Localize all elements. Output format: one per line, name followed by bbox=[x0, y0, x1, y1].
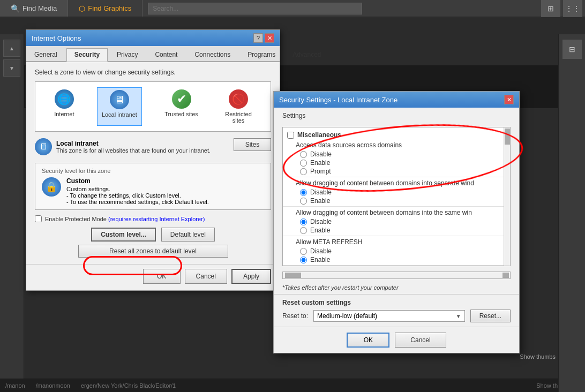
reset-row: Reset to: Medium-low (default) ▼ Reset..… bbox=[282, 310, 511, 322]
zone-description: This zone is for all websites that are f… bbox=[56, 147, 211, 154]
category-miscellaneous: Miscellaneous bbox=[283, 130, 510, 140]
right-panel: ⊟ bbox=[558, 34, 585, 392]
dialog-tabs: General Security Privacy Content Connect… bbox=[26, 46, 280, 62]
search-icon: 🔍 bbox=[11, 4, 20, 13]
zone-restricted-icon: 🚫 bbox=[229, 89, 248, 109]
default-level-btn[interactable]: Default level bbox=[161, 228, 215, 242]
h-scrollbar[interactable] bbox=[282, 272, 511, 279]
zones-area: 🌐 Internet 🖥 Local intranet ✔ Trusted si… bbox=[35, 81, 271, 132]
radio-drag-sep-enable[interactable]: Enable bbox=[283, 197, 510, 205]
title-buttons: ? ✕ bbox=[253, 33, 274, 43]
side-down-btn[interactable]: ▼ bbox=[3, 59, 20, 77]
ok-btn[interactable]: OK bbox=[143, 269, 181, 284]
settings-list-area[interactable]: Miscellaneous Access data sources across… bbox=[282, 127, 511, 266]
tab-general[interactable]: General bbox=[26, 48, 65, 61]
security-dialog-title: Security Settings - Local Intranet Zone bbox=[279, 96, 398, 104]
divider-3 bbox=[283, 236, 510, 236]
find-graphics-btn[interactable]: ⬡ Find Graphics bbox=[68, 0, 142, 17]
reset-dropdown-value: Medium-low (default) bbox=[317, 312, 377, 320]
zone-internet-label: Internet bbox=[54, 111, 74, 117]
dialog-title: Internet Options bbox=[32, 34, 81, 42]
reset-label: Reset custom settings bbox=[282, 299, 511, 306]
radio-access-prompt[interactable]: Prompt bbox=[283, 167, 510, 176]
subsetting-drag-separate: Allow dragging of content between domain… bbox=[283, 178, 510, 188]
zone-internet-icon: 🌐 bbox=[55, 89, 74, 109]
sec-cancel-btn[interactable]: Cancel bbox=[395, 333, 446, 348]
reset-all-zones-btn[interactable]: Reset all zones to default level bbox=[78, 245, 228, 258]
level-description: Custom Custom settings. - To change the … bbox=[66, 177, 209, 205]
security-level-label: Security level for this zone bbox=[42, 168, 264, 174]
tab-advanced[interactable]: Advanced bbox=[284, 48, 329, 61]
zone-restricted-label: Restrictedsites bbox=[225, 111, 252, 124]
zone-title: Local intranet bbox=[56, 140, 99, 147]
divider-4 bbox=[283, 265, 510, 266]
sites-btn[interactable]: Sites bbox=[234, 138, 271, 151]
left-panel-text bbox=[0, 111, 24, 116]
right-panel-btn-1[interactable]: ⊟ bbox=[562, 40, 582, 59]
mosaic-btn[interactable]: ⋮⋮ bbox=[563, 0, 582, 18]
zone-trusted-label: Trusted sites bbox=[164, 111, 198, 117]
settings-label: Settings bbox=[282, 112, 305, 119]
zone-local-intranet[interactable]: 🖥 Local intranet bbox=[97, 87, 142, 126]
level-desc2: - To change the settings, click Custom l… bbox=[66, 192, 209, 199]
bottom-strip: /manon /manonmoon ergen/New York/Chris B… bbox=[0, 379, 585, 392]
security-settings-footer: OK Cancel bbox=[274, 327, 519, 353]
apply-btn[interactable]: Apply bbox=[231, 269, 271, 284]
cancel-btn[interactable]: Cancel bbox=[185, 269, 227, 284]
internet-options-dialog: Internet Options ? ✕ General Security Pr… bbox=[26, 29, 280, 291]
dialog-body: Select a zone to view or change security… bbox=[26, 62, 280, 264]
find-media-label: Find Media bbox=[22, 4, 57, 12]
tab-content[interactable]: Content bbox=[147, 48, 185, 61]
internet-options-titlebar: Internet Options ? ✕ bbox=[26, 30, 280, 46]
subsetting-access-data: Access data sources across domains bbox=[283, 140, 510, 150]
find-media-btn[interactable]: 🔍 Find Media bbox=[0, 0, 68, 17]
find-graphics-label: Find Graphics bbox=[88, 4, 131, 12]
grid-view-btn[interactable]: ⊞ bbox=[541, 0, 560, 18]
top-toolbar: 🔍 Find Media ⬡ Find Graphics ⊞ ⋮⋮ bbox=[0, 0, 585, 17]
level-desc1: Custom settings. bbox=[66, 186, 209, 192]
radio-meta-disable[interactable]: Disable bbox=[283, 247, 510, 255]
protected-mode-checkbox[interactable] bbox=[35, 215, 42, 222]
close-button[interactable]: ✕ bbox=[265, 33, 274, 43]
misc-label: Miscellaneous bbox=[297, 131, 341, 139]
radio-drag-same-enable[interactable]: Enable bbox=[283, 226, 510, 235]
radio-access-enable[interactable]: Enable bbox=[283, 159, 510, 167]
zone-intranet-icon: 🖥 bbox=[110, 90, 129, 109]
misc-checkbox[interactable] bbox=[287, 132, 294, 139]
radio-meta-enable[interactable]: Enable bbox=[283, 255, 510, 264]
reset-btn[interactable]: Reset... bbox=[470, 310, 511, 322]
effect-note: *Takes effect after you restart your com… bbox=[274, 281, 519, 294]
path-label-2: /manonmoon bbox=[36, 382, 70, 389]
radio-drag-same-disable[interactable]: Disable bbox=[283, 217, 510, 226]
security-settings-titlebar: Security Settings - Local Intranet Zone … bbox=[274, 92, 519, 108]
zone-restricted-sites[interactable]: 🚫 Restrictedsites bbox=[221, 87, 256, 126]
tab-security[interactable]: Security bbox=[66, 48, 108, 62]
tab-privacy[interactable]: Privacy bbox=[109, 48, 146, 61]
path-label-3: ergen/New York/Chris Black/Editor/1 bbox=[81, 382, 176, 389]
sec-ok-btn[interactable]: OK bbox=[347, 333, 389, 348]
zone-trusted-sites[interactable]: ✔ Trusted sites bbox=[160, 87, 202, 126]
tab-connections[interactable]: Connections bbox=[186, 48, 238, 61]
reset-to-label: Reset to: bbox=[282, 312, 308, 320]
reset-section: Reset custom settings Reset to: Medium-l… bbox=[274, 294, 519, 327]
divider-2 bbox=[283, 206, 510, 207]
security-settings-dialog: Security Settings - Local Intranet Zone … bbox=[273, 91, 520, 353]
reset-dropdown[interactable]: Medium-low (default) ▼ bbox=[313, 310, 465, 322]
zone-trusted-icon: ✔ bbox=[172, 89, 191, 109]
side-up-btn[interactable]: ▲ bbox=[3, 40, 20, 57]
search-input[interactable] bbox=[148, 3, 362, 14]
show-thumbs-label: Show thumbs bbox=[520, 353, 556, 360]
security-close-btn[interactable]: ✕ bbox=[504, 95, 514, 104]
security-level-section: Security level for this zone 🔒 Custom Cu… bbox=[35, 163, 271, 210]
chevron-down-icon: ▼ bbox=[456, 313, 461, 319]
divider-1 bbox=[283, 177, 510, 177]
zone-internet[interactable]: 🌐 Internet bbox=[50, 87, 78, 126]
custom-level-btn[interactable]: Custom level... bbox=[91, 228, 156, 242]
help-button[interactable]: ? bbox=[253, 33, 263, 43]
radio-access-disable[interactable]: Disable bbox=[283, 150, 510, 159]
side-panel: ▲ ▼ bbox=[0, 34, 24, 392]
path-label-1: /manon bbox=[5, 382, 25, 389]
radio-drag-sep-disable[interactable]: Disable bbox=[283, 188, 510, 197]
protected-mode-label: Enable Protected Mode (requires restarti… bbox=[45, 216, 205, 222]
tab-programs[interactable]: Programs bbox=[239, 48, 283, 61]
